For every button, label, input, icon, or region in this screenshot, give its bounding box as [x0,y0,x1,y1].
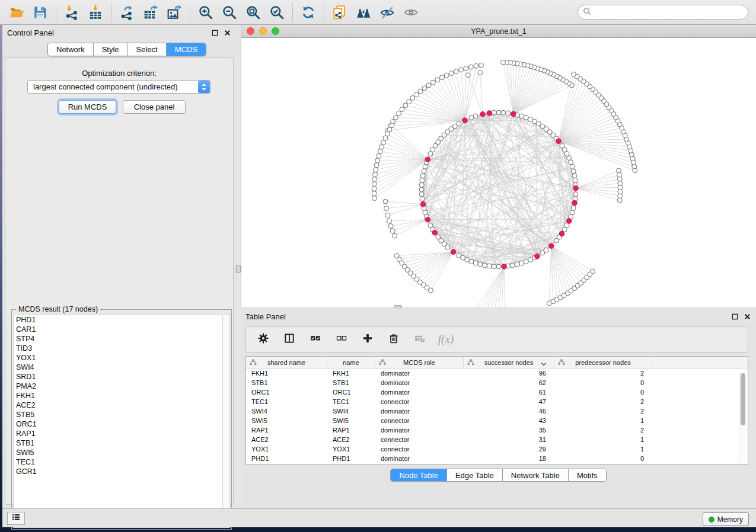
column-header-predecessor-nodes[interactable]: predecessor nodes [554,357,652,368]
columns-button[interactable] [279,329,299,350]
toolbar-separator [190,4,190,21]
float-panel-icon[interactable] [731,312,739,321]
zoom-out-button[interactable] [218,2,241,23]
table-cell: TEC1 [327,397,375,406]
export-network-button[interactable] [115,2,139,23]
export-image-button[interactable] [162,2,186,23]
memory-button[interactable]: Memory [703,512,749,526]
table-cell: 2 [554,397,652,406]
window-close-button[interactable] [247,27,254,35]
namespace-icon [558,359,565,367]
table-row[interactable]: YOX1YOX1connector291 [246,444,748,454]
table-row[interactable]: ORC1ORC1dominator610 [246,387,748,397]
table-row[interactable]: TEC1TEC1connector472 [246,397,748,406]
hide-selected-button[interactable] [375,2,399,23]
save-session-button[interactable] [28,2,52,23]
mcds-result-item[interactable]: PMA2 [14,382,222,391]
add-column-button[interactable] [358,329,378,350]
window-minimize-button[interactable] [259,27,267,35]
tab-network[interactable]: Network [48,43,94,56]
export-table-icon [143,5,158,20]
table-row[interactable]: RAP1RAP1dominator352 [246,425,748,435]
table-scrollbar [739,371,747,463]
column-label: name [343,359,359,366]
mcds-result-item[interactable]: CAR1 [14,325,222,334]
mcds-result-item[interactable]: YOX1 [14,353,222,363]
binoculars-icon [356,5,371,20]
refresh-view-button[interactable] [296,2,320,23]
criterion-select[interactable]: largest connected component (undirected) [27,80,211,94]
application-window: Control Panel NetworkStyleSelectMCDS Opt… [0,0,756,527]
zoom-selected-button[interactable] [265,2,289,23]
column-header-mcds-role[interactable]: MCDS role [375,357,464,368]
show-eye-button[interactable] [399,2,423,23]
table-row[interactable]: FKH1FKH1dominator962 [246,368,748,378]
mcds-result-item[interactable]: SWI5 [14,448,222,457]
mcds-result-item[interactable]: PHD1 [14,315,222,325]
mcds-result-item[interactable]: SWI4 [14,363,222,372]
mcds-result-item[interactable]: TEC1 [14,457,222,467]
tab-motifs[interactable]: Motifs [569,469,606,481]
binoculars-button[interactable] [352,2,375,23]
mcds-result-item[interactable]: FKH1 [14,391,222,400]
mcds-result-item[interactable]: ACE2 [14,400,222,410]
import-network-button[interactable] [60,2,84,23]
tab-style[interactable]: Style [94,43,128,56]
mcds-list-scrollbar[interactable] [222,315,230,528]
close-panel-icon[interactable] [743,312,751,321]
control-panel-titlebar: Control Panel [2,25,236,40]
table-cell: dominator [375,425,464,435]
table-row[interactable]: STB1STB1dominator620 [246,378,748,387]
mcds-result-item[interactable]: STB1 [14,438,222,448]
tab-mcds[interactable]: MCDS [167,43,206,56]
criterion-select-value: largest connected component (undirected) [28,82,198,91]
zoom-fit-button[interactable] [241,2,265,23]
column-header-name[interactable]: name [327,357,375,368]
close-panel-button[interactable]: Close panel [123,100,186,114]
tab-edge-table[interactable]: Edge Table [447,469,503,481]
window-zoom-button[interactable] [272,27,279,35]
table-scrollbar-thumb[interactable] [741,373,745,425]
gear-button[interactable] [253,329,273,350]
zoom-in-button[interactable] [194,2,218,23]
mcds-result-item[interactable]: STB5 [14,410,222,419]
float-panel-icon[interactable] [210,28,219,37]
tab-select[interactable]: Select [128,43,167,56]
open-file-button[interactable] [5,2,28,23]
table-row[interactable]: SWI4SWI4dominator462 [246,406,748,416]
mcds-result-item[interactable]: RAP1 [14,429,222,438]
table-cell: 18 [464,454,554,463]
table-row[interactable]: SWI5SWI5connector431 [246,416,748,425]
table-row[interactable]: PHD1PHD1dominator180 [246,454,748,463]
run-mcds-button[interactable]: Run MCDS [59,100,116,114]
mcds-result-item[interactable]: GCR1 [14,467,222,476]
tab-network-table[interactable]: Network Table [503,469,569,481]
export-network-icon [119,5,135,20]
network-canvas[interactable] [241,38,756,332]
table-cell: YOX1 [327,444,375,454]
clone-network-button[interactable] [328,2,352,23]
column-label: successor nodes [484,359,534,366]
deselect-all-button[interactable] [331,329,352,350]
select-all-button[interactable] [305,329,326,350]
task-history-button[interactable] [7,512,25,525]
tab-node-table[interactable]: Node Table [391,469,447,481]
column-header-shared-name[interactable]: shared name [246,357,327,368]
mcds-result-item[interactable]: ORC1 [14,419,222,429]
vertical-splitter-handle[interactable] [236,265,241,273]
vertical-splitter [236,25,241,508]
mcds-result-item[interactable]: SRD1 [14,372,222,382]
import-table-button[interactable] [84,2,107,23]
table-cell: 2 [554,368,652,378]
search-input[interactable] [591,8,743,17]
table-cell: 61 [464,387,554,397]
trash-button[interactable] [384,329,404,350]
column-header-successor-nodes[interactable]: successor nodes [464,357,554,368]
table-row[interactable]: ACE2ACE2connector311 [246,435,748,444]
toolbar-separator [292,4,293,21]
mcds-result-item[interactable]: TID3 [14,344,222,353]
close-panel-icon[interactable] [223,28,231,37]
mcds-result-item[interactable]: STP4 [14,334,222,344]
export-table-button[interactable] [139,2,162,23]
table-panel: Table Panel f(x) shared namenameMCDS rol… [241,309,756,508]
